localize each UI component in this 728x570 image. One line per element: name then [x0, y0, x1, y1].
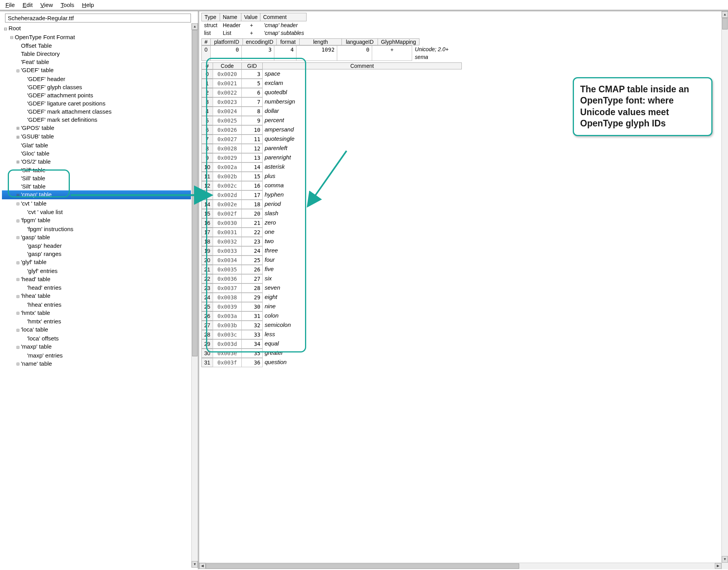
- glyph-row[interactable]: 120x002c16comma: [201, 181, 728, 190]
- tree-item[interactable]: ⊟OpenType Font Format: [2, 33, 191, 42]
- glyph-row[interactable]: 230x003728seven: [201, 283, 728, 293]
- tree-item[interactable]: 'GDEF' glyph classes: [2, 83, 191, 91]
- glyph-row[interactable]: 130x002d17hyphen: [201, 190, 728, 200]
- tree-toggle-icon[interactable]: ⊟: [16, 360, 20, 368]
- tree-item[interactable]: Offset Table: [2, 41, 191, 50]
- col-encodingid[interactable]: encodingID: [243, 38, 277, 45]
- prop-row[interactable]: listList+'cmap' subtables: [201, 29, 461, 37]
- tree-toggle-icon[interactable]: ⊞: [16, 158, 20, 166]
- glyph-row[interactable]: 160x003021zero: [201, 218, 728, 228]
- glyph-row[interactable]: 100x002a14asterisk: [201, 162, 728, 172]
- col-type[interactable]: Type: [201, 13, 220, 21]
- col-format[interactable]: format: [276, 38, 300, 45]
- tree-item[interactable]: ⊟'glyf' table: [2, 258, 191, 267]
- tree-item[interactable]: 'GDEF' ligature caret positions: [2, 99, 191, 107]
- tree-item[interactable]: 'gasp' ranges: [2, 250, 191, 258]
- tree-item[interactable]: ⊟'maxp' table: [2, 342, 191, 351]
- tree-item[interactable]: ⊟'fpgm' table: [2, 216, 191, 225]
- tree-item[interactable]: 'head' entries: [2, 283, 191, 292]
- prop-value[interactable]: +: [242, 29, 261, 37]
- glyph-row[interactable]: 240x003829eight: [201, 293, 728, 302]
- tree-toggle-icon[interactable]: ⊟: [16, 217, 20, 225]
- glyph-row[interactable]: 180x003223two: [201, 237, 728, 246]
- tree-item[interactable]: 'Gloc' table: [2, 149, 191, 157]
- tree-item[interactable]: ⊞'GSUB' table: [2, 132, 191, 141]
- tree-item[interactable]: ⊞'OS/2' table: [2, 157, 191, 166]
- col-name[interactable]: Name: [220, 13, 241, 21]
- tree-item[interactable]: Table Directory: [2, 50, 191, 58]
- col-glyphmapping[interactable]: GlyphMapping: [378, 38, 419, 45]
- scroll-thumb[interactable]: [722, 18, 728, 29]
- menu-edit[interactable]: Edit: [19, 1, 36, 9]
- tree-item[interactable]: 'maxp' entries: [2, 351, 191, 359]
- cell-glyphmapping[interactable]: +: [372, 45, 412, 61]
- scroll-thumb[interactable]: [206, 563, 519, 569]
- glyph-row[interactable]: 290x003d34equal: [201, 339, 728, 349]
- tree-item[interactable]: 'gasp' header: [2, 242, 191, 250]
- tree-item[interactable]: 'hmtx' entries: [2, 317, 191, 325]
- prop-value[interactable]: +: [242, 21, 261, 29]
- detail-scrollbar-v[interactable]: ▲ ▼: [721, 11, 728, 569]
- glyph-row[interactable]: 310x003f36question: [201, 358, 728, 367]
- detail-scrollbar-h[interactable]: ◀ ▶: [199, 563, 721, 569]
- tree-item[interactable]: ⊟'gasp' table: [2, 233, 191, 242]
- menu-tools[interactable]: Tools: [57, 1, 77, 9]
- tree-toggle-icon[interactable]: ⊟: [16, 343, 20, 351]
- glyph-row[interactable]: 210x003526five: [201, 265, 728, 274]
- gcol-idx[interactable]: #: [201, 62, 213, 69]
- tree-item[interactable]: 'glyf' entries: [2, 267, 191, 275]
- tree-toggle-icon[interactable]: ⊟: [16, 326, 20, 334]
- tree-toggle-icon[interactable]: ⊟: [3, 25, 7, 33]
- tree-item[interactable]: 'GDEF' mark attachment classes: [2, 107, 191, 116]
- tree-item[interactable]: 'GDEF' mark set definitions: [2, 116, 191, 124]
- scroll-right-icon[interactable]: ▶: [715, 563, 721, 569]
- scroll-up-icon[interactable]: ▲: [192, 23, 198, 30]
- glyph-row[interactable]: 150x002f20slash: [201, 209, 728, 218]
- scroll-down-icon[interactable]: ▼: [192, 561, 198, 568]
- tree-item[interactable]: 'loca' offsets: [2, 334, 191, 342]
- col-comment[interactable]: Comment: [260, 13, 307, 21]
- tree-item[interactable]: ⊟'loca' table: [2, 325, 191, 334]
- tree-item[interactable]: 'Silf' table: [2, 166, 191, 174]
- tree-toggle-icon[interactable]: ⊟: [16, 275, 20, 283]
- tree-item[interactable]: ⊟'GDEF' table: [2, 66, 191, 75]
- glyph-row[interactable]: 260x003a31colon: [201, 311, 728, 321]
- tree-item[interactable]: 'hhea' entries: [2, 301, 191, 309]
- tree-item[interactable]: 'GDEF' header: [2, 75, 191, 83]
- tree-toggle-icon[interactable]: ⊟: [16, 200, 20, 208]
- tree-scrollbar-v[interactable]: ▲ ▼: [191, 23, 198, 568]
- gcol-gid[interactable]: GID: [241, 62, 263, 69]
- scroll-thumb[interactable]: [192, 30, 198, 356]
- tree-toggle-icon[interactable]: ⊞: [16, 124, 20, 132]
- glyph-row[interactable]: 80x002812parenleft: [201, 144, 728, 153]
- tree-item[interactable]: 'Sill' table: [2, 174, 191, 182]
- tree-toggle-icon[interactable]: ⊟: [16, 309, 20, 317]
- col-platformid[interactable]: platformID: [210, 38, 243, 45]
- tree-item[interactable]: ⊟'name' table: [2, 359, 191, 368]
- scroll-left-icon[interactable]: ◀: [199, 563, 206, 569]
- tree-item[interactable]: 'fpgm' instructions: [2, 225, 191, 233]
- glyph-row[interactable]: 270x003b32semicolon: [201, 321, 728, 330]
- gcol-code[interactable]: Code: [213, 62, 242, 69]
- glyph-row[interactable]: 190x003324three: [201, 246, 728, 256]
- glyph-row[interactable]: 300x003e35greater: [201, 349, 728, 358]
- tree-toggle-icon[interactable]: ⊞: [16, 133, 20, 141]
- glyph-row[interactable]: 110x002b15plus: [201, 172, 728, 181]
- tree-toggle-icon[interactable]: ⊟: [10, 33, 14, 41]
- menu-file[interactable]: File: [2, 1, 18, 9]
- glyph-row[interactable]: 220x003627six: [201, 274, 728, 283]
- tree-item[interactable]: ⊞'cmap' table: [2, 190, 191, 199]
- tree-item[interactable]: ⊟'hhea' table: [2, 292, 191, 301]
- menu-help[interactable]: Help: [79, 1, 97, 9]
- glyph-row[interactable]: 170x003122one: [201, 228, 728, 237]
- tree-item[interactable]: ⊞'GPOS' table: [2, 124, 191, 133]
- tree[interactable]: ⊟Root⊟OpenType Font FormatOffset TableTa…: [2, 23, 191, 369]
- glyph-row[interactable]: 200x003425four: [201, 256, 728, 265]
- col-idx[interactable]: #: [201, 38, 211, 45]
- glyph-row[interactable]: 140x002e18period: [201, 200, 728, 209]
- tree-item[interactable]: 'Silt' table: [2, 182, 191, 190]
- tree-item[interactable]: 'Feat' table: [2, 58, 191, 66]
- scroll-up-icon[interactable]: ▲: [722, 11, 728, 18]
- col-languageid[interactable]: languageID: [341, 38, 378, 45]
- tree-item[interactable]: ⊟Root: [2, 24, 191, 33]
